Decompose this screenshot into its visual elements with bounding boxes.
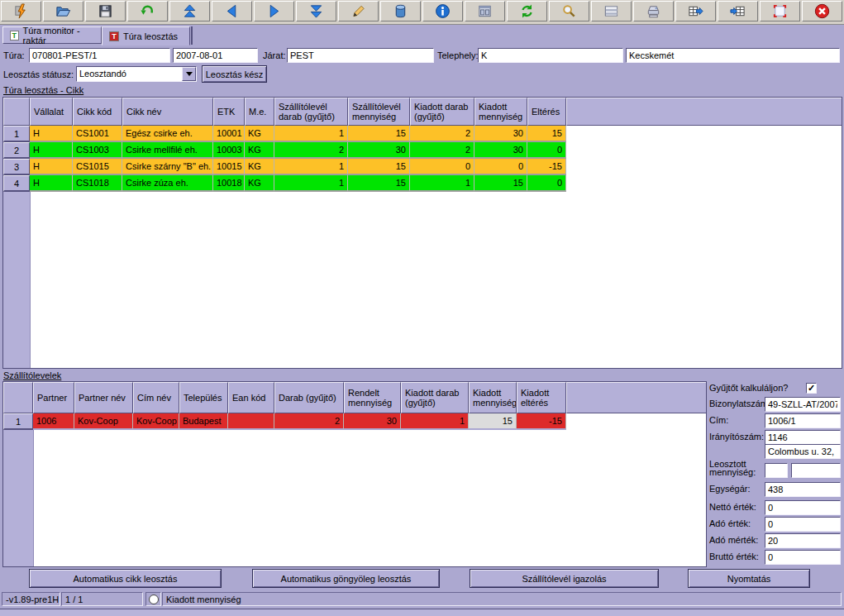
ado-ertek-input[interactable]: [765, 517, 841, 532]
cell[interactable]: H: [30, 142, 73, 159]
cell[interactable]: CS1003: [73, 142, 122, 159]
last-record-button[interactable]: [296, 1, 336, 21]
telephely-name-input[interactable]: [626, 48, 840, 63]
cell[interactable]: Egész csirke eh.: [122, 126, 213, 142]
cell[interactable]: H: [30, 126, 73, 142]
search-button[interactable]: [549, 1, 589, 21]
cell[interactable]: 30: [474, 142, 527, 159]
automatikus-gongyoleg-leosztas-button[interactable]: Automatikus göngyöleg leosztás: [252, 569, 440, 588]
cim-input[interactable]: [765, 413, 841, 428]
close-button[interactable]: [802, 1, 842, 21]
cell[interactable]: 30: [348, 142, 410, 159]
device-button[interactable]: [633, 1, 674, 21]
cell[interactable]: Kov-Coop: [133, 413, 179, 430]
cell[interactable]: 0: [527, 142, 566, 159]
cell[interactable]: 1: [274, 159, 348, 175]
cell[interactable]: 30: [474, 126, 527, 142]
cell[interactable]: H: [30, 159, 73, 175]
cell[interactable]: 1: [274, 126, 348, 142]
next-record-button[interactable]: [254, 1, 294, 21]
cell[interactable]: 2: [410, 142, 474, 159]
cell[interactable]: 1006: [33, 413, 74, 430]
tab-tura-monitor-raktar[interactable]: T Túra monitor - raktár: [2, 26, 102, 44]
cell[interactable]: -15: [517, 413, 566, 430]
cell[interactable]: H: [30, 175, 73, 192]
row-number-cell[interactable]: 4: [3, 175, 30, 192]
undo-button[interactable]: [127, 1, 168, 21]
cell[interactable]: 10015: [213, 159, 245, 175]
ado-mertek-input[interactable]: [765, 533, 841, 548]
cell[interactable]: 15: [469, 413, 517, 430]
prev-record-button[interactable]: [212, 1, 252, 21]
tab-tura-leosztas[interactable]: T Túra leosztás: [102, 26, 190, 45]
netto-ertek-input[interactable]: [765, 500, 841, 515]
cell[interactable]: Budapest: [179, 413, 228, 430]
cell[interactable]: Kov-Coop: [74, 413, 133, 430]
telephely-code-input[interactable]: [478, 48, 623, 63]
cell[interactable]: CS1018: [73, 175, 122, 192]
run-exit-button[interactable]: [1, 1, 41, 21]
cell[interactable]: CS1015: [73, 159, 122, 175]
gyujto-kalkulaljon-checkbox[interactable]: ✓: [806, 383, 817, 394]
cell[interactable]: 15: [527, 126, 566, 142]
cell[interactable]: KG: [245, 142, 274, 159]
cell[interactable]: Csirke szárny "B" eh.: [122, 159, 213, 175]
selection-button[interactable]: [760, 1, 800, 21]
table-view-button[interactable]: [591, 1, 632, 21]
cell[interactable]: Csirke zúza eh.: [122, 175, 213, 192]
row-number-cell[interactable]: 1: [3, 126, 30, 142]
jarat-input[interactable]: [287, 48, 434, 63]
cell[interactable]: KG: [245, 126, 274, 142]
row-number-cell[interactable]: 2: [3, 142, 30, 159]
cell[interactable]: 2: [410, 126, 474, 142]
automatikus-cikk-leosztas-button[interactable]: Automatikus cikk leosztás: [29, 569, 222, 588]
cell[interactable]: 1: [401, 413, 469, 430]
cell[interactable]: 0: [474, 159, 527, 175]
leosztas-kesz-button[interactable]: Leosztás kész: [202, 65, 267, 83]
cell[interactable]: [228, 413, 274, 430]
szallitolevel-igazolas-button[interactable]: Szállítólevél igazolás: [470, 569, 659, 588]
leosztas-statusz-select[interactable]: Leosztandó: [76, 66, 197, 82]
cell[interactable]: 2: [274, 413, 344, 430]
cell[interactable]: 2: [274, 142, 348, 159]
tura-input[interactable]: [29, 48, 170, 63]
tura-date-input[interactable]: [173, 48, 258, 63]
cell[interactable]: 10001: [213, 126, 245, 142]
cell[interactable]: Csirke mellfilé eh.: [122, 142, 213, 159]
cell[interactable]: 30: [344, 413, 401, 430]
nyomtatas-button[interactable]: Nyomtatás: [688, 569, 810, 588]
cell[interactable]: 1: [274, 175, 348, 192]
cell[interactable]: 10018: [213, 175, 245, 192]
cell[interactable]: 15: [348, 126, 410, 142]
cell[interactable]: 15: [474, 175, 527, 192]
first-record-button[interactable]: [169, 1, 210, 21]
cell[interactable]: -15: [527, 159, 566, 175]
info-button[interactable]: [422, 1, 463, 21]
row-number-cell[interactable]: 3: [3, 159, 30, 175]
window-button[interactable]: [465, 1, 505, 21]
leosztott-mennyiseg-input-2[interactable]: [791, 463, 841, 478]
cell[interactable]: 10003: [213, 142, 245, 159]
cell[interactable]: CS1001: [73, 126, 122, 142]
import-table-button[interactable]: [718, 1, 758, 21]
refresh-button[interactable]: [507, 1, 547, 21]
address-input[interactable]: [765, 444, 841, 459]
edit-button[interactable]: [338, 1, 379, 21]
save-button[interactable]: [85, 1, 126, 21]
bizonylatszam-input[interactable]: [765, 397, 841, 412]
open-folder-button[interactable]: [43, 1, 83, 21]
cell[interactable]: 15: [348, 175, 410, 192]
row-number-cell[interactable]: 1: [3, 413, 33, 430]
cell[interactable]: 0: [410, 159, 474, 175]
cell[interactable]: KG: [245, 159, 274, 175]
cell[interactable]: KG: [245, 175, 274, 192]
cell[interactable]: 15: [348, 159, 410, 175]
export-table-button[interactable]: [675, 1, 716, 21]
dropdown-button[interactable]: [182, 67, 196, 81]
cell[interactable]: 0: [527, 175, 566, 192]
egysegar-input[interactable]: [765, 482, 841, 497]
cell[interactable]: 1: [410, 175, 474, 192]
iranyitoszam-input[interactable]: [765, 430, 841, 445]
leosztott-mennyiseg-input-1[interactable]: [765, 463, 788, 478]
brutto-ertek-input[interactable]: [765, 550, 841, 565]
